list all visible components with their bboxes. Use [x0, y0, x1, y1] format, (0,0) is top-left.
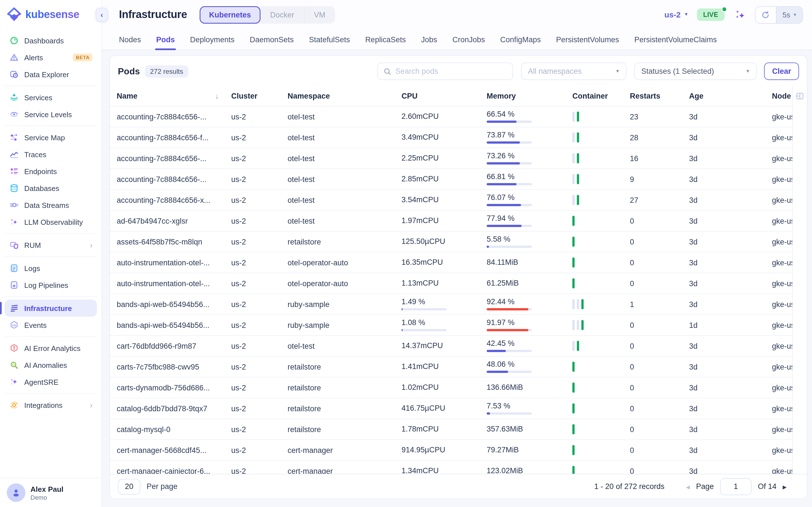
sidebar-item-dashboards[interactable]: Dashboards: [4, 32, 97, 49]
sidebar-item-rum[interactable]: RUM›: [4, 237, 97, 253]
table-row[interactable]: accounting-7c8884c656-...us-2otel-test2.…: [110, 169, 807, 190]
search-input[interactable]: [395, 67, 507, 75]
chevron-down-icon: ▾: [794, 12, 796, 17]
sidebar-item-ai-anomalies[interactable]: AI Anomalies: [4, 356, 97, 374]
table-row[interactable]: accounting-7c8884c656-f...us-2otel-test3…: [110, 127, 807, 148]
sidebar-item-endpoints[interactable]: Endpoints: [4, 163, 97, 180]
table-row[interactable]: catalog-6ddb7bdd78-9tqx7us-2retailstore4…: [110, 398, 807, 419]
page-number-input[interactable]: [720, 478, 752, 495]
sidebar-item-events[interactable]: K8Events: [4, 317, 97, 334]
column-header-restarts[interactable]: Restarts: [630, 92, 689, 100]
table-row[interactable]: bands-api-web-65494b56...us-2ruby-sample…: [110, 315, 807, 336]
sidebar-item-service-map[interactable]: Service Map: [4, 129, 97, 146]
column-header-namespace[interactable]: Namespace: [288, 92, 402, 100]
sidebar-item-log-pipelines[interactable]: Log Pipelines: [4, 277, 97, 293]
sidebar-item-services[interactable]: Services: [4, 89, 97, 106]
brand-logo[interactable]: kubesense: [0, 0, 101, 29]
column-header-cluster[interactable]: Cluster: [231, 92, 288, 100]
sidebar-group: InfrastructureK8Events: [4, 297, 97, 337]
table-row[interactable]: catalog-mysql-0us-2retailstore1.78mCPU35…: [110, 419, 807, 440]
sidebar-group: ServicesService Levels: [4, 86, 97, 126]
column-header-container[interactable]: Container: [572, 92, 630, 100]
usage-bar: [487, 246, 532, 248]
sidebar-item-service-levels[interactable]: Service Levels: [4, 106, 97, 123]
table-row[interactable]: auto-instrumentation-otel-...us-2otel-op…: [110, 273, 807, 294]
metric-value: 2.85mCPU: [402, 175, 481, 183]
tab-statefulsets[interactable]: StatefulSets: [309, 36, 350, 50]
column-header-cpu[interactable]: CPU: [402, 92, 487, 100]
clear-filters-button[interactable]: Clear: [764, 62, 799, 80]
pager: ◂ Page Of 14 ▸: [686, 478, 786, 495]
sort-descending-icon[interactable]: ↓: [215, 92, 219, 100]
table-row[interactable]: auto-instrumentation-otel-...us-2otel-op…: [110, 252, 807, 273]
tab-nodes[interactable]: Nodes: [119, 36, 141, 50]
table-row[interactable]: bands-api-web-65494b56...us-2ruby-sample…: [110, 294, 807, 315]
tab-pods[interactable]: Pods: [156, 36, 175, 50]
page-total-label: Of 14: [758, 482, 776, 491]
namespaces-select[interactable]: All namespaces ▼: [521, 62, 626, 80]
table-row[interactable]: assets-64f58b7f5c-m8lqnus-2retailstore12…: [110, 231, 807, 252]
table-row[interactable]: carts-dynamodb-756d686...us-2retailstore…: [110, 378, 807, 398]
sidebar-item-traces[interactable]: Traces: [4, 146, 97, 163]
sidebar-item-agentsre[interactable]: AgentSRE: [4, 374, 97, 390]
container-bar-ok: [577, 195, 579, 205]
sidebar-collapse-button[interactable]: ‹: [96, 8, 108, 21]
sidebar-item-data-explorer[interactable]: Data Explorer: [4, 66, 97, 83]
table-row[interactable]: cart-76dbfdd966-r9m87us-2otel-test14.37m…: [110, 336, 807, 356]
statuses-select[interactable]: Statuses (1 Selected) ▼: [635, 62, 757, 80]
previous-page-icon[interactable]: ◂: [686, 483, 690, 490]
metric-cell: 48.06 %: [487, 360, 572, 373]
tab-jobs[interactable]: Jobs: [421, 36, 437, 50]
column-header-memory[interactable]: Memory: [487, 92, 572, 100]
main-area: ‹ Infrastructure KubernetesDockerVM us-2…: [102, 0, 812, 507]
sidebar-item-ai-error-analytics[interactable]: AI Error Analytics: [4, 340, 97, 356]
view-tab-docker[interactable]: Docker: [260, 6, 305, 23]
table-row[interactable]: accounting-7c8884c656-...us-2otel-test2.…: [110, 107, 807, 127]
sidebar-item-integrations[interactable]: Integrations›: [4, 397, 97, 413]
refresh-button[interactable]: [755, 6, 776, 23]
cluster-cell: us-2: [231, 321, 288, 329]
table-row[interactable]: accounting-7c8884c656-x...us-2otel-test3…: [110, 190, 807, 211]
tab-configmaps[interactable]: ConfigMaps: [500, 36, 541, 50]
restarts-cell: 1: [630, 300, 689, 308]
sidebar-item-data-streams[interactable]: Data Streams: [4, 196, 97, 214]
column-settings-icon[interactable]: [796, 92, 804, 100]
refresh-interval-select[interactable]: 5s ▾: [776, 6, 802, 23]
view-tab-vm[interactable]: VM: [305, 6, 335, 23]
tab-persistentvolumeclaims[interactable]: PersistentVolumeClaims: [635, 36, 717, 50]
next-page-icon[interactable]: ▸: [783, 483, 786, 490]
metric-cell: 416.75µCPU: [402, 404, 487, 413]
sparkles-icon[interactable]: [733, 8, 746, 21]
sidebar-item-logs[interactable]: Logs: [4, 260, 97, 277]
table-row[interactable]: ad-647b4947cc-xglsrus-2otel-test1.97mCPU…: [110, 211, 807, 231]
column-header-age[interactable]: Age: [689, 92, 772, 100]
live-badge[interactable]: LIVE: [697, 8, 725, 21]
table-row[interactable]: accounting-7c8884c656-...us-2otel-test2.…: [110, 148, 807, 169]
sidebar-item-databases[interactable]: Databases: [4, 180, 97, 196]
cluster-cell: us-2: [231, 175, 288, 183]
pod-name: cert-manager-5668cdf45...: [117, 446, 231, 454]
sidebar-item-llm-observability[interactable]: LLM Observability: [4, 214, 97, 230]
sidebar-item-infrastructure[interactable]: Infrastructure: [4, 300, 97, 317]
cluster-cell: us-2: [231, 279, 288, 288]
ai-error-analytics-icon: [9, 343, 19, 353]
view-tab-kubernetes[interactable]: Kubernetes: [199, 6, 260, 23]
age-cell: 3d: [689, 279, 772, 288]
region-selector[interactable]: us-2 ▼: [665, 10, 689, 19]
table-row[interactable]: carts-7c75fbc988-cwv95us-2retailstore1.4…: [110, 356, 807, 378]
age-cell: 3d: [689, 300, 772, 308]
tab-deployments[interactable]: Deployments: [190, 36, 235, 50]
pod-name: bands-api-web-65494b56...: [117, 321, 231, 329]
table-row[interactable]: cert-manager-5668cdf45...us-2cert-manage…: [110, 440, 807, 461]
sidebar-item-label: AgentSRE: [24, 378, 93, 386]
per-page-input[interactable]: [118, 478, 140, 494]
tab-daemonsets[interactable]: DaemonSets: [250, 36, 294, 50]
container-bar-muted: [577, 299, 579, 309]
sidebar-item-alerts[interactable]: AlertsBETA: [4, 49, 97, 66]
tab-replicasets[interactable]: ReplicaSets: [365, 36, 406, 50]
tab-cronjobs[interactable]: CronJobs: [453, 36, 485, 50]
container-status-cell: [572, 403, 630, 413]
user-profile[interactable]: Alex Paul Demo: [0, 478, 101, 507]
tab-persistentvolumes[interactable]: PersistentVolumes: [556, 36, 619, 50]
column-header-name[interactable]: Name↓: [117, 92, 231, 100]
